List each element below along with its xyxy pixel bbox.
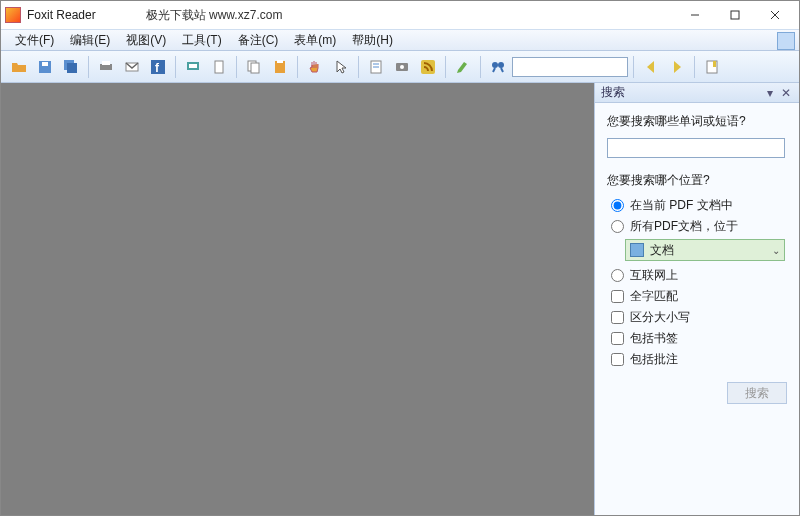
menu-view[interactable]: 视图(V)	[118, 30, 174, 51]
find-button[interactable]	[486, 55, 510, 79]
svg-rect-7	[67, 63, 77, 73]
svg-rect-17	[251, 63, 259, 73]
check-bookmarks[interactable]: 包括书签	[611, 330, 787, 347]
radio-all-pdf[interactable]: 所有PDF文档，位于	[611, 218, 787, 235]
check-bookmarks-label: 包括书签	[630, 330, 678, 347]
svg-rect-14	[189, 64, 197, 68]
check-case[interactable]: 区分大小写	[611, 309, 787, 326]
print-button[interactable]	[94, 55, 118, 79]
svg-rect-9	[102, 61, 110, 65]
document-area	[1, 83, 594, 515]
save-button[interactable]	[33, 55, 57, 79]
check-annotations-label: 包括批注	[630, 351, 678, 368]
fullscreen-icon[interactable]	[777, 32, 795, 50]
svg-point-27	[498, 62, 504, 68]
select-tool-button[interactable]	[329, 55, 353, 79]
toolbar-search-input[interactable]	[512, 57, 628, 77]
menu-tools[interactable]: 工具(T)	[174, 30, 229, 51]
svg-rect-19	[277, 60, 283, 63]
highlight-button[interactable]	[451, 55, 475, 79]
bookmark-button[interactable]	[700, 55, 724, 79]
menu-comments[interactable]: 备注(C)	[230, 30, 287, 51]
panel-dropdown-icon[interactable]: ▾	[763, 86, 777, 100]
folder-icon	[630, 243, 644, 257]
svg-point-26	[492, 62, 498, 68]
svg-point-24	[400, 65, 404, 69]
rss-button[interactable]	[416, 55, 440, 79]
search-button-label: 搜索	[745, 385, 769, 402]
check-whole-word-label: 全字匹配	[630, 288, 678, 305]
radio-current-pdf-input[interactable]	[611, 199, 624, 212]
snapshot-button[interactable]	[390, 55, 414, 79]
save-as-button[interactable]	[59, 55, 83, 79]
next-page-button[interactable]	[665, 55, 689, 79]
page-button[interactable]	[207, 55, 231, 79]
svg-rect-1	[731, 11, 739, 19]
svg-line-29	[501, 68, 503, 72]
minimize-button[interactable]	[675, 3, 715, 27]
text-select-button[interactable]	[364, 55, 388, 79]
search-query-label: 您要搜索哪些单词或短语?	[607, 113, 787, 130]
chevron-down-icon: ⌄	[772, 245, 780, 256]
radio-current-pdf-label: 在当前 PDF 文档中	[630, 197, 733, 214]
search-panel-title: 搜索	[601, 84, 625, 101]
maximize-button[interactable]	[715, 3, 755, 27]
check-annotations[interactable]: 包括批注	[611, 351, 787, 368]
radio-current-pdf[interactable]: 在当前 PDF 文档中	[611, 197, 787, 214]
folder-select[interactable]: 文档 ⌄	[625, 239, 785, 261]
close-button[interactable]	[755, 3, 795, 27]
panel-close-icon[interactable]: ✕	[779, 86, 793, 100]
svg-rect-5	[42, 62, 48, 66]
facebook-button[interactable]: f	[146, 55, 170, 79]
search-button[interactable]: 搜索	[727, 382, 787, 404]
prev-page-button[interactable]	[639, 55, 663, 79]
folder-select-text: 文档	[650, 242, 674, 259]
check-annotations-input[interactable]	[611, 353, 624, 366]
svg-rect-15	[215, 61, 223, 73]
screen-button[interactable]	[181, 55, 205, 79]
menu-bar: 文件(F) 编辑(E) 视图(V) 工具(T) 备注(C) 表单(m) 帮助(H…	[1, 29, 799, 51]
toolbar: f	[1, 51, 799, 83]
app-title: Foxit Reader	[27, 8, 96, 22]
check-case-label: 区分大小写	[630, 309, 690, 326]
menu-edit[interactable]: 编辑(E)	[62, 30, 118, 51]
check-whole-word[interactable]: 全字匹配	[611, 288, 787, 305]
check-bookmarks-input[interactable]	[611, 332, 624, 345]
radio-internet[interactable]: 互联网上	[611, 267, 787, 284]
content-area: 搜索 ▾ ✕ 您要搜索哪些单词或短语? 您要搜索哪个位置? 在当前 PDF 文档…	[1, 83, 799, 515]
menu-help[interactable]: 帮助(H)	[344, 30, 401, 51]
title-bar: Foxit Reader 极光下载站 www.xz7.com	[1, 1, 799, 29]
paste-button[interactable]	[268, 55, 292, 79]
check-case-input[interactable]	[611, 311, 624, 324]
svg-rect-25	[421, 60, 435, 74]
radio-internet-input[interactable]	[611, 269, 624, 282]
email-button[interactable]	[120, 55, 144, 79]
menu-forms[interactable]: 表单(m)	[286, 30, 344, 51]
radio-internet-label: 互联网上	[630, 267, 678, 284]
hand-tool-button[interactable]	[303, 55, 327, 79]
check-whole-word-input[interactable]	[611, 290, 624, 303]
menu-file[interactable]: 文件(F)	[7, 30, 62, 51]
search-panel: 搜索 ▾ ✕ 您要搜索哪些单词或短语? 您要搜索哪个位置? 在当前 PDF 文档…	[594, 83, 799, 515]
search-panel-header: 搜索 ▾ ✕	[595, 83, 799, 103]
radio-all-pdf-label: 所有PDF文档，位于	[630, 218, 738, 235]
svg-rect-31	[713, 61, 716, 67]
svg-line-28	[493, 68, 495, 72]
radio-all-pdf-input[interactable]	[611, 220, 624, 233]
app-logo-icon	[5, 7, 21, 23]
copy-button[interactable]	[242, 55, 266, 79]
app-subtitle: 极光下载站 www.xz7.com	[146, 7, 283, 24]
search-query-input[interactable]	[607, 138, 785, 158]
search-where-label: 您要搜索哪个位置?	[607, 172, 787, 189]
open-file-button[interactable]	[7, 55, 31, 79]
